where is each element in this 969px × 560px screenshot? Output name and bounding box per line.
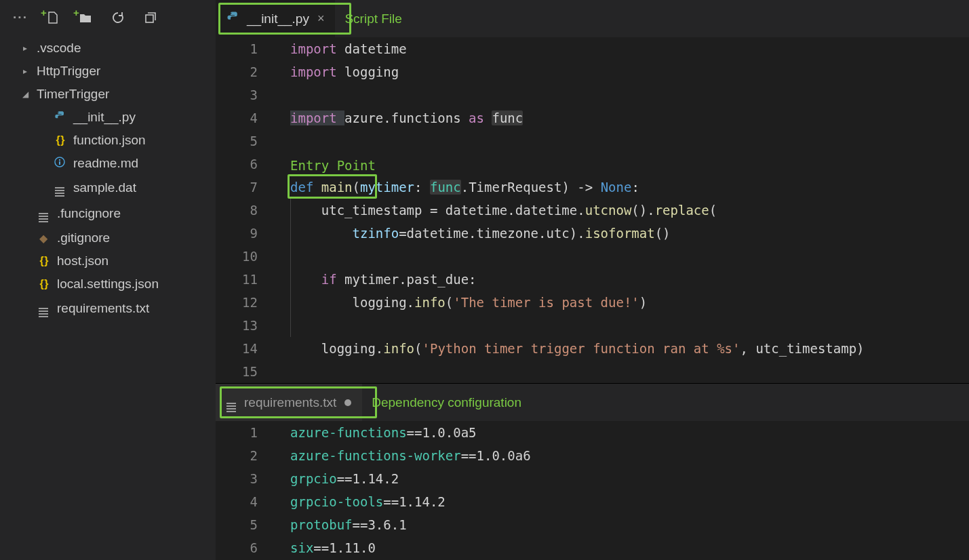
tree-file[interactable]: { }host.json — [0, 249, 216, 273]
line-number: 1 — [216, 421, 277, 444]
tree-label: local.settings.json — [57, 277, 159, 292]
text-file-icon — [55, 179, 64, 197]
more-actions-icon[interactable]: ··· — [12, 9, 28, 26]
line-number: 2 — [216, 444, 277, 467]
code-content — [277, 129, 298, 153]
code-line: 4grpcio-tools==1.14.2 — [216, 490, 969, 513]
svg-point-5 — [231, 13, 232, 14]
callout-dependency-config: Dependency configuration — [372, 395, 521, 410]
editor-area: __init__.py × Script File 1import dateti… — [216, 0, 969, 560]
code-content: grpcio==1.14.2 — [277, 467, 399, 490]
tree-file[interactable]: { }local.settings.json — [0, 273, 216, 296]
code-line: 9 tzinfo=datetime.timezone.utc).isoforma… — [216, 222, 969, 245]
line-number: 12 — [216, 291, 277, 314]
tree-label: __init__.py — [73, 110, 136, 125]
line-number: 3 — [216, 83, 277, 106]
code-line: 15 — [216, 360, 969, 383]
code-content: import datetime — [277, 37, 407, 60]
code-content: import azure.functions as func — [277, 106, 523, 129]
tree-file[interactable]: __init__.py — [0, 106, 216, 129]
code-line: 11 if mytimer.past_due: — [216, 268, 969, 291]
code-content: azure-functions-worker==1.0.0a6 — [277, 444, 531, 467]
line-number: 10 — [216, 245, 277, 268]
code-content: six==1.11.0 — [277, 536, 376, 559]
code-line: 10 — [216, 245, 969, 268]
twisty-icon: ▸ — [20, 43, 30, 53]
code-line: 2azure-functions-worker==1.0.0a6 — [216, 444, 969, 467]
code-content: if mytimer.past_due: — [277, 268, 477, 291]
tree-label: host.json — [57, 254, 108, 268]
code-line: 8 utc_timestamp = datetime.datetime.utcn… — [216, 199, 969, 222]
python-icon — [226, 11, 239, 26]
new-file-icon[interactable]: + — [45, 9, 61, 26]
tree-file[interactable]: .funcignore — [0, 201, 216, 226]
code-line: 4import azure.functions as func — [216, 106, 969, 129]
json-icon: { } — [40, 255, 47, 267]
line-number: 6 — [216, 536, 277, 559]
tree-label: HttpTrigger — [37, 64, 100, 79]
code-content: def main(mytimer: func.TimerRequest) -> … — [277, 176, 639, 199]
code-content — [277, 83, 298, 106]
line-number: 1 — [216, 37, 277, 60]
code-content: import logging — [277, 60, 399, 83]
tree-folder[interactable]: ◢TimerTrigger — [0, 83, 216, 106]
code-content — [277, 314, 298, 337]
callout-script-file: Script File — [344, 12, 401, 26]
tab-init-py[interactable]: __init__.py × — [216, 0, 335, 37]
new-folder-icon[interactable]: + — [77, 9, 94, 26]
tree-folder[interactable]: ▸HttpTrigger — [0, 60, 216, 83]
code-content — [277, 360, 298, 383]
code-line: 7def main(mytimer: func.TimerRequest) ->… — [216, 176, 969, 199]
code-content: grpcio-tools==1.14.2 — [277, 490, 446, 513]
code-line: 1azure-functions==1.0.0a5 — [216, 421, 969, 444]
tab-requirements-txt[interactable]: requirements.txt — [216, 384, 362, 421]
dirty-indicator-icon — [344, 399, 351, 406]
tree-file[interactable]: sample.dat — [0, 175, 216, 201]
text-file-icon — [39, 300, 48, 317]
tree-label: .gitignore — [57, 231, 110, 245]
tree-folder[interactable]: ▸.vscode — [0, 37, 216, 60]
line-number: 3 — [216, 467, 277, 490]
tree-label: .funcignore — [57, 206, 121, 221]
file-explorer: ··· + + ▸.vscode▸HttpTrigger◢TimerTrigge… — [0, 0, 216, 560]
file-tree: ▸.vscode▸HttpTrigger◢TimerTrigger__init_… — [0, 34, 216, 324]
code-content: tzinfo=datetime.timezone.utc).isoformat(… — [277, 222, 671, 245]
line-number: 5 — [216, 129, 277, 153]
svg-rect-3 — [59, 161, 60, 165]
code-editor-init-py[interactable]: 1import datetime2import logging3 4import… — [216, 37, 969, 383]
tab-label: requirements.txt — [244, 395, 336, 410]
tree-file[interactable]: requirements.txt — [0, 296, 216, 321]
line-number: 4 — [216, 106, 277, 129]
text-file-icon — [39, 205, 48, 222]
line-number: 14 — [216, 337, 277, 360]
line-number: 11 — [216, 268, 277, 291]
code-content: logging.info('The timer is past due!') — [277, 291, 647, 314]
code-editor-requirements[interactable]: 1azure-functions==1.0.0a52azure-function… — [216, 421, 969, 559]
python-icon — [54, 111, 65, 124]
line-number: 6 — [216, 153, 277, 176]
line-number: 8 — [216, 199, 277, 222]
json-icon: { } — [40, 278, 47, 290]
tab-label: __init__.py — [247, 12, 309, 26]
tree-label: .vscode — [37, 41, 81, 56]
line-number: 4 — [216, 490, 277, 513]
twisty-icon: ◢ — [20, 89, 30, 99]
editor-tabbar-top: __init__.py × Script File — [216, 0, 969, 37]
line-number: 2 — [216, 60, 277, 83]
close-icon[interactable]: × — [317, 12, 325, 26]
refresh-icon[interactable] — [110, 9, 126, 26]
editor-tabbar-bottom: requirements.txt Dependency configuratio… — [216, 384, 969, 421]
line-number: 9 — [216, 222, 277, 245]
collapse-all-icon[interactable] — [142, 9, 159, 26]
line-number: 5 — [216, 513, 277, 536]
tree-label: TimerTrigger — [37, 87, 109, 102]
callout-entry-point: Entry Point — [290, 158, 376, 173]
code-content: utc_timestamp = datetime.datetime.utcnow… — [277, 199, 717, 222]
line-number: 13 — [216, 314, 277, 337]
tree-file[interactable]: ◆.gitignore — [0, 226, 216, 249]
svg-point-1 — [58, 113, 58, 113]
tree-file[interactable]: { }function.json — [0, 129, 216, 152]
code-line: 1import datetime — [216, 37, 969, 60]
code-content: azure-functions==1.0.0a5 — [277, 421, 477, 444]
tree-file[interactable]: readme.md — [0, 152, 216, 175]
